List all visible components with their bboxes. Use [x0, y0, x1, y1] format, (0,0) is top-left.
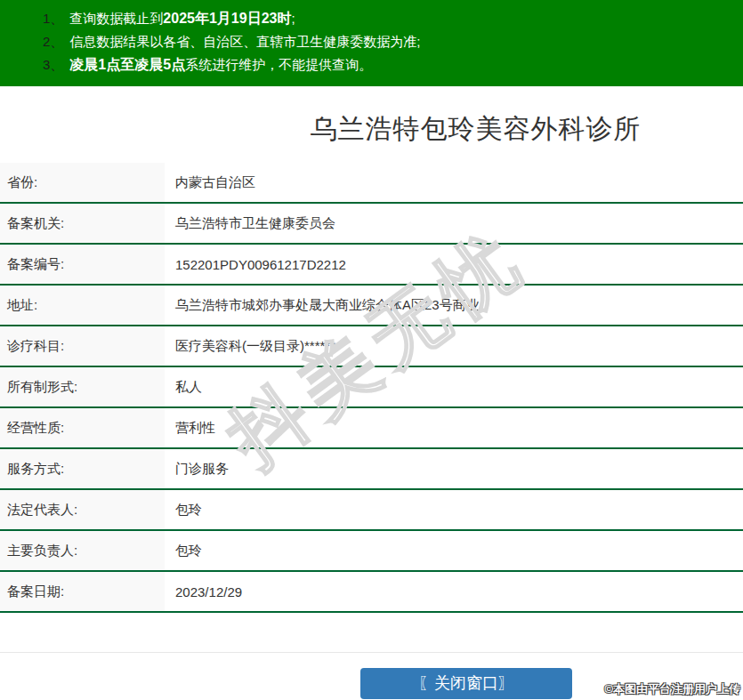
row-value: 门诊服务 — [165, 449, 743, 488]
row-value: 包玲 — [165, 531, 743, 570]
row-label: 法定代表人: — [0, 490, 165, 529]
table-row-service-mode: 服务方式: 门诊服务 — [0, 449, 743, 490]
row-label: 备案编号: — [0, 245, 165, 284]
row-value: 私人 — [165, 367, 743, 406]
notice-number: 1、 — [43, 11, 63, 26]
row-label: 经营性质: — [0, 408, 165, 447]
row-label: 备案日期: — [0, 572, 165, 611]
notice-item-3: 3、凌晨1点至凌晨5点系统进行维护，不能提供查询。 — [43, 53, 743, 76]
row-label: 省份: — [0, 163, 165, 202]
table-row-main-person-in-charge: 主要负责人: 包玲 — [0, 531, 743, 572]
notice-number: 3、 — [43, 57, 63, 72]
row-value: 152201PDY00961217D2212 — [165, 245, 743, 284]
row-value: 2023/12/29 — [165, 572, 743, 611]
notice-text-bold: 凌晨1点至凌晨5点 — [69, 57, 185, 72]
row-label: 主要负责人: — [0, 531, 165, 570]
table-row-operating-nature: 经营性质: 营利性 — [0, 408, 743, 449]
page-title: 乌兰浩特包玲美容外科诊所 — [104, 111, 743, 148]
table-row-filing-date: 备案日期: 2023/12/29 — [0, 572, 743, 613]
footer-divider — [0, 652, 743, 653]
row-label: 地址: — [0, 286, 165, 325]
notice-text: ; — [291, 11, 295, 26]
table-row-filing-authority: 备案机关: 乌兰浩特市卫生健康委员会 — [0, 204, 743, 245]
corner-upload-watermark: ©本图由平台注册用户上传 — [604, 681, 740, 697]
notice-item-2: 2、信息数据结果以各省、自治区、直辖市卫生健康委数据为准; — [43, 30, 743, 53]
row-value: 乌兰浩特市城郊办事处晟大商业综合体A区23号商业 — [165, 286, 743, 325]
row-value: 医疗美容科(一级目录)****** — [165, 326, 743, 366]
row-value: 营利性 — [165, 408, 743, 447]
notice-text: 系统进行维护，不能提供查询。 — [185, 57, 372, 72]
notice-text-bold: 2025年1月19日23时 — [163, 11, 291, 26]
table-row-ownership-type: 所有制形式: 私人 — [0, 367, 743, 408]
close-window-button[interactable]: 〖关闭窗口〗 — [360, 668, 572, 699]
table-row-filing-number: 备案编号: 152201PDY00961217D2212 — [0, 245, 743, 286]
row-value: 内蒙古自治区 — [165, 163, 743, 202]
notice-number: 2、 — [43, 34, 63, 49]
notice-banner: 1、查询数据截止到2025年1月19日23时; 2、信息数据结果以各省、自治区、… — [0, 0, 743, 86]
row-value: 乌兰浩特市卫生健康委员会 — [165, 204, 743, 243]
row-label: 服务方式: — [0, 449, 165, 488]
row-label: 所有制形式: — [0, 367, 165, 406]
row-value: 包玲 — [165, 490, 743, 529]
notice-item-1: 1、查询数据截止到2025年1月19日23时; — [43, 7, 743, 30]
row-label: 诊疗科目: — [0, 326, 165, 366]
table-row-province: 省份: 内蒙古自治区 — [0, 163, 743, 204]
row-label: 备案机关: — [0, 204, 165, 243]
record-detail-table: 省份: 内蒙古自治区 备案机关: 乌兰浩特市卫生健康委员会 备案编号: 1522… — [0, 163, 743, 613]
table-row-clinical-departments: 诊疗科目: 医疗美容科(一级目录)****** — [0, 326, 743, 367]
table-row-address: 地址: 乌兰浩特市城郊办事处晟大商业综合体A区23号商业 — [0, 286, 743, 326]
notice-text: 查询数据截止到 — [69, 11, 163, 26]
notice-text: 信息数据结果以各省、自治区、直辖市卫生健康委数据为准; — [69, 34, 420, 49]
table-row-legal-representative: 法定代表人: 包玲 — [0, 490, 743, 531]
